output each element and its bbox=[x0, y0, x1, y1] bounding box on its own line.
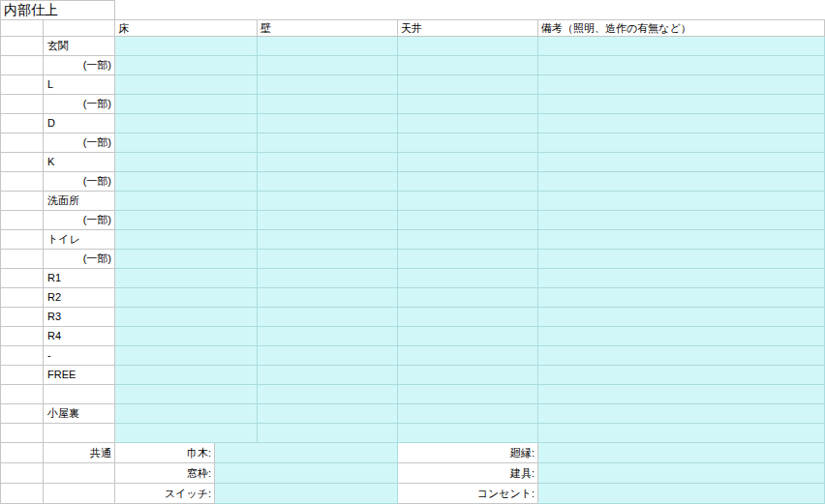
ceiling-input-cell[interactable] bbox=[398, 308, 538, 327]
wall-input-cell[interactable] bbox=[258, 37, 398, 56]
switch-input-cell[interactable] bbox=[215, 484, 398, 504]
ceiling-input-cell[interactable] bbox=[398, 75, 538, 95]
notes-input-cell[interactable] bbox=[538, 114, 825, 133]
floor-input-cell[interactable] bbox=[115, 385, 258, 404]
floor-input-cell[interactable] bbox=[115, 114, 258, 133]
floor-input-cell[interactable] bbox=[115, 327, 258, 346]
notes-input-cell[interactable] bbox=[538, 308, 825, 327]
ceiling-input-cell[interactable] bbox=[398, 424, 538, 443]
floor-input-cell[interactable] bbox=[115, 269, 258, 288]
column-header-notes: 備考（照明、造作の有無など） bbox=[538, 19, 825, 37]
notes-input-cell[interactable] bbox=[538, 95, 825, 114]
notes-input-cell[interactable] bbox=[538, 153, 825, 172]
floor-input-cell[interactable] bbox=[115, 288, 258, 308]
wall-input-cell[interactable] bbox=[258, 153, 398, 172]
ceiling-input-cell[interactable] bbox=[398, 172, 538, 192]
floor-input-cell[interactable] bbox=[115, 230, 258, 250]
floor-input-cell[interactable] bbox=[115, 308, 258, 327]
floor-input-cell[interactable] bbox=[115, 192, 258, 211]
floor-input-cell[interactable] bbox=[115, 424, 258, 443]
floor-input-cell[interactable] bbox=[115, 172, 258, 192]
notes-input-cell[interactable] bbox=[538, 288, 825, 308]
ceiling-input-cell[interactable] bbox=[398, 153, 538, 172]
wall-input-cell[interactable] bbox=[258, 192, 398, 211]
ceiling-input-cell[interactable] bbox=[398, 37, 538, 56]
wall-input-cell[interactable] bbox=[258, 56, 398, 75]
outlet-input-cell[interactable] bbox=[538, 484, 825, 504]
spacer-cell bbox=[0, 327, 44, 346]
wall-input-cell[interactable] bbox=[258, 288, 398, 308]
ceiling-input-cell[interactable] bbox=[398, 211, 538, 230]
notes-input-cell[interactable] bbox=[538, 75, 825, 95]
ceiling-input-cell[interactable] bbox=[398, 95, 538, 114]
table-row: K bbox=[0, 153, 825, 172]
page-title: 内部仕上 bbox=[0, 0, 115, 19]
ceiling-input-cell[interactable] bbox=[398, 346, 538, 366]
floor-input-cell[interactable] bbox=[115, 404, 258, 424]
floor-input-cell[interactable] bbox=[115, 95, 258, 114]
notes-input-cell[interactable] bbox=[538, 327, 825, 346]
ceiling-input-cell[interactable] bbox=[398, 114, 538, 133]
wall-input-cell[interactable] bbox=[258, 404, 398, 424]
notes-input-cell[interactable] bbox=[538, 211, 825, 230]
notes-input-cell[interactable] bbox=[538, 424, 825, 443]
notes-input-cell[interactable] bbox=[538, 133, 825, 153]
floor-input-cell[interactable] bbox=[115, 211, 258, 230]
ceiling-input-cell[interactable] bbox=[398, 192, 538, 211]
floor-input-cell[interactable] bbox=[115, 56, 258, 75]
ceiling-input-cell[interactable] bbox=[398, 366, 538, 385]
ceiling-input-cell[interactable] bbox=[398, 133, 538, 153]
wall-input-cell[interactable] bbox=[258, 172, 398, 192]
notes-input-cell[interactable] bbox=[538, 230, 825, 250]
field-label-crown-molding: 廻縁: bbox=[398, 443, 538, 463]
notes-input-cell[interactable] bbox=[538, 346, 825, 366]
table-row: 小屋裏 bbox=[0, 404, 825, 424]
notes-input-cell[interactable] bbox=[538, 192, 825, 211]
floor-input-cell[interactable] bbox=[115, 75, 258, 95]
ceiling-input-cell[interactable] bbox=[398, 404, 538, 424]
notes-input-cell[interactable] bbox=[538, 404, 825, 424]
wall-input-cell[interactable] bbox=[258, 230, 398, 250]
table-row: - bbox=[0, 346, 825, 366]
row-label: (一部) bbox=[44, 172, 115, 192]
wall-input-cell[interactable] bbox=[258, 269, 398, 288]
spacer-cell bbox=[0, 56, 44, 75]
floor-input-cell[interactable] bbox=[115, 153, 258, 172]
floor-input-cell[interactable] bbox=[115, 366, 258, 385]
ceiling-input-cell[interactable] bbox=[398, 269, 538, 288]
ceiling-input-cell[interactable] bbox=[398, 56, 538, 75]
notes-input-cell[interactable] bbox=[538, 269, 825, 288]
notes-input-cell[interactable] bbox=[538, 37, 825, 56]
wall-input-cell[interactable] bbox=[258, 250, 398, 269]
wall-input-cell[interactable] bbox=[258, 75, 398, 95]
window-frame-input-cell[interactable] bbox=[215, 463, 398, 484]
crown-molding-input-cell[interactable] bbox=[538, 443, 825, 463]
wall-input-cell[interactable] bbox=[258, 211, 398, 230]
wall-input-cell[interactable] bbox=[258, 308, 398, 327]
ceiling-input-cell[interactable] bbox=[398, 250, 538, 269]
floor-input-cell[interactable] bbox=[115, 250, 258, 269]
notes-input-cell[interactable] bbox=[538, 366, 825, 385]
floor-input-cell[interactable] bbox=[115, 37, 258, 56]
fittings-input-cell[interactable] bbox=[538, 463, 825, 484]
notes-input-cell[interactable] bbox=[538, 250, 825, 269]
ceiling-input-cell[interactable] bbox=[398, 288, 538, 308]
floor-input-cell[interactable] bbox=[115, 133, 258, 153]
wall-input-cell[interactable] bbox=[258, 346, 398, 366]
ceiling-input-cell[interactable] bbox=[398, 327, 538, 346]
wall-input-cell[interactable] bbox=[258, 385, 398, 404]
wall-input-cell[interactable] bbox=[258, 95, 398, 114]
wall-input-cell[interactable] bbox=[258, 114, 398, 133]
notes-input-cell[interactable] bbox=[538, 56, 825, 75]
notes-input-cell[interactable] bbox=[538, 172, 825, 192]
baseboard-input-cell[interactable] bbox=[215, 443, 398, 463]
wall-input-cell[interactable] bbox=[258, 327, 398, 346]
notes-input-cell[interactable] bbox=[538, 385, 825, 404]
ceiling-input-cell[interactable] bbox=[398, 230, 538, 250]
floor-input-cell[interactable] bbox=[115, 346, 258, 366]
ceiling-input-cell[interactable] bbox=[398, 385, 538, 404]
wall-input-cell[interactable] bbox=[258, 133, 398, 153]
wall-input-cell[interactable] bbox=[258, 366, 398, 385]
wall-input-cell[interactable] bbox=[258, 424, 398, 443]
title-row: 内部仕上 bbox=[0, 0, 825, 19]
